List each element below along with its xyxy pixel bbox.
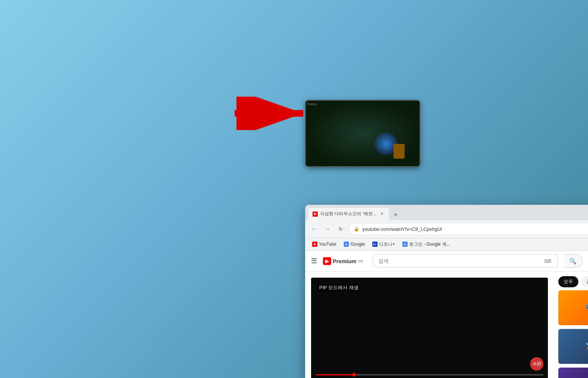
sidebar: 모두 관련 콘텐츠 실시간 최근에 업로드 › 🎭 6:02 (사이다툰)즉법소… [554, 272, 588, 378]
bookmark-youtube[interactable]: ▶ YouTube [310, 240, 339, 248]
video-section: PIP 모드에서 재생 스간 ▶ ⏭ 🔊 1:02 / 10:00 [305, 272, 554, 378]
bookmark-youtube-label: YouTube [319, 242, 336, 247]
video-player[interactable]: PIP 모드에서 재생 스간 ▶ ⏭ 🔊 1:02 / 10:00 [311, 278, 548, 378]
disney-favicon: D+ [372, 242, 378, 247]
yt-logo-icon: ▶ [323, 257, 331, 265]
active-tab[interactable]: ▶ 각성한 다리우스간의 "레전... ✕ [308, 208, 389, 220]
bookmarks-bar: ▶ YouTube G Google D+ 디즈니+ G 로그인 - Googl… [305, 238, 588, 251]
progress-dot [352, 373, 356, 377]
video-controls: ▶ ⏭ 🔊 1:02 / 10:00 CC ⚙ [311, 373, 548, 378]
hamburger-menu[interactable]: ☰ [311, 257, 317, 265]
bookmark-google[interactable]: G Google [341, 240, 368, 248]
keyboard-icon: ⌨ [544, 258, 551, 264]
red-arrow-overlay [231, 97, 313, 132]
url-text: youtube.com/watch?v=C8_LCpxhgUI [362, 226, 442, 232]
tab-close-btn[interactable]: ✕ [379, 211, 385, 217]
youtube-header: ☰ ▶ Premium KR ⌨ 🔍 🎤 ⊕ ⊞ 🔔 S [305, 251, 588, 272]
chip-related[interactable]: 관련 콘텐츠 [581, 276, 588, 287]
bookmark-google-login-label: 로그인 - Google 계... [409, 241, 450, 248]
back-button[interactable]: ← [309, 224, 319, 234]
bookmark-google-login[interactable]: G 로그인 - Google 계... [400, 240, 453, 249]
tab-favicon: ▶ [313, 211, 318, 217]
page-content: ☰ ▶ Premium KR ⌨ 🔍 🎤 ⊕ ⊞ 🔔 S [305, 251, 588, 378]
related-thumb-3: 🎮 1:23 [558, 368, 588, 378]
sidebar-chips: 모두 관련 콘텐츠 실시간 최근에 업로드 › [558, 272, 588, 290]
related-video-3[interactable]: 🎮 1:23 "평타"로만 변신을 하려면 평타를 얼마나 많이 쳐야할까 범온… [558, 368, 588, 378]
related-video-2[interactable]: ⚔️ 10:03 완벽하고 완벽한, 레전드 펜타킬까지 필수 시청영상![롤 … [558, 329, 588, 364]
bookmark-google-label: Google [350, 242, 365, 247]
related-video-1[interactable]: 🎭 6:02 (사이다툰)즉법소년VS범죄자 씰루는 그림쟁이툰 조회수 72만… [558, 290, 588, 325]
yt-premium-text: Premium [333, 258, 356, 264]
progress-fill [316, 374, 354, 375]
google-favicon: G [344, 242, 349, 247]
yt-kr-badge: KR [358, 259, 363, 263]
bookmark-disney-label: 디즈니+ [379, 241, 395, 248]
pip-character [393, 144, 405, 159]
title-bar: ▶ 각성한 다리우스간의 "레전... ✕ + — □ ✕ [305, 205, 588, 220]
url-bar[interactable]: 🔒 youtube.com/watch?v=C8_LCpxhgUI [349, 223, 588, 235]
bookmark-disney[interactable]: D+ 디즈니+ [370, 240, 398, 249]
lock-icon: 🔒 [354, 226, 359, 232]
chip-all[interactable]: 모두 [558, 276, 578, 287]
tabs-area: ▶ 각성한 다리우스간의 "레전... ✕ + [308, 205, 588, 220]
youtube-logo[interactable]: ▶ Premium KR [323, 257, 363, 265]
pip-watermark: freeca [307, 102, 317, 106]
tab-title: 각성한 다리우스간의 "레전... [320, 211, 376, 217]
related-thumb-1: 🎭 6:02 [558, 290, 588, 325]
forward-button[interactable]: → [322, 224, 333, 234]
pip-mini-player[interactable]: freeca [305, 100, 420, 167]
youtube-favicon: ▶ [312, 242, 317, 247]
related-thumb-2: ⚔️ 10:03 [558, 329, 588, 364]
pip-label: PIP 모드에서 재생 [317, 284, 361, 292]
progress-bar[interactable] [316, 374, 543, 375]
search-input[interactable] [378, 258, 543, 264]
video-channel-avatar: 스간 [530, 357, 543, 371]
reload-button[interactable]: ↻ [336, 224, 346, 234]
main-content: PIP 모드에서 재생 스간 ▶ ⏭ 🔊 1:02 / 10:00 [305, 272, 588, 378]
address-bar: ← → ↻ 🔒 youtube.com/watch?v=C8_LCpxhgUI … [305, 220, 588, 238]
new-tab-button[interactable]: + [391, 210, 401, 220]
search-bar[interactable]: ⌨ [372, 254, 558, 268]
google-login-favicon: G [402, 242, 408, 247]
search-button[interactable]: 🔍 [564, 254, 583, 268]
pip-game-scene: freeca [306, 101, 419, 166]
